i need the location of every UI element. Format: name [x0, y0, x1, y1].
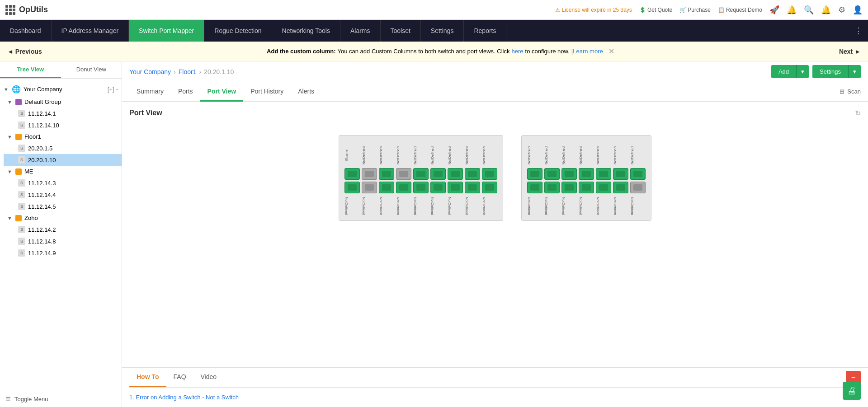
node-11-12-14-1[interactable]: S 11.12.14.1	[4, 108, 122, 119]
add-button[interactable]: Add	[771, 65, 796, 78]
bottom-tab-video[interactable]: Video	[193, 368, 224, 387]
node-20-20-1-10[interactable]: S 20.20.1.10	[4, 154, 122, 166]
switch1-port-1-9[interactable]	[482, 168, 497, 180]
bottom-tab-how-to[interactable]: How To	[129, 368, 166, 387]
switch1-port-2-3[interactable]	[379, 182, 394, 193]
node-11-12-14-2[interactable]: S 11.12.14.2	[4, 224, 122, 235]
nav-ip-address-manager[interactable]: IP Address Manager	[52, 20, 129, 42]
switch1-port-2-5[interactable]	[413, 182, 429, 193]
bottom-list-item-1[interactable]: 1. Error on Adding a Switch - Not a Swit…	[129, 392, 861, 402]
switch1-port-2-7[interactable]	[448, 182, 463, 193]
switch2-port-1-7[interactable]	[630, 168, 646, 180]
tab-ports[interactable]: Ports	[171, 82, 200, 102]
switch2-port-1-1[interactable]	[527, 168, 542, 180]
banner-here-link[interactable]: here	[512, 48, 524, 55]
switch1-port-2-8[interactable]	[465, 182, 480, 193]
switch1-port-1-8[interactable]	[465, 168, 480, 180]
add-root-icon[interactable]: [+]	[108, 86, 114, 93]
switch1-port-1-4[interactable]	[396, 168, 411, 180]
nav-toolset[interactable]: Toolset	[381, 20, 421, 42]
nav-more-icon[interactable]: ⋮	[849, 20, 868, 42]
print-button[interactable]: 🖨	[843, 382, 861, 400]
toggle-menu-button[interactable]: ☰ Toggle Menu	[0, 391, 122, 407]
tab-port-view[interactable]: Port View	[200, 82, 244, 102]
group-zoho-header[interactable]: ▼ Zoho	[4, 212, 122, 224]
tab-donut-view[interactable]: Donut View	[61, 61, 122, 78]
settings-icon[interactable]: ⚙	[838, 5, 845, 15]
node-11-12-14-3[interactable]: S 11.12.14.3	[4, 177, 122, 189]
refresh-icon[interactable]: ↻	[855, 109, 861, 117]
root-collapse-icon[interactable]: ▼	[4, 87, 9, 92]
nav-rogue-detection[interactable]: Rogue Detection	[204, 20, 272, 42]
scan-button[interactable]: ⊞ Scan	[840, 88, 861, 95]
switch2-port-2-1[interactable]	[527, 182, 542, 193]
notifications-icon[interactable]: 🔔	[821, 5, 831, 15]
bell-icon[interactable]: 🔔	[787, 5, 797, 15]
default-collapse-icon[interactable]: ▼	[7, 99, 13, 105]
switch2-port-1-2[interactable]	[544, 168, 560, 180]
grid-icon[interactable]	[5, 5, 15, 15]
purchase-button[interactable]: 🛒 Purchase	[679, 7, 711, 13]
switch2-port-1-5[interactable]	[596, 168, 611, 180]
request-demo-button[interactable]: 📋 Request Demo	[718, 7, 762, 13]
me-collapse-icon[interactable]: ▼	[7, 169, 13, 174]
group-default-header[interactable]: ▼ Default Group	[4, 96, 122, 108]
switch1-port-1-2[interactable]	[362, 168, 377, 180]
nav-reports[interactable]: Reports	[464, 20, 506, 42]
switch2-port-1-3[interactable]	[561, 168, 577, 180]
bottom-tab-faq[interactable]: FAQ	[166, 368, 193, 387]
nav-switch-port-mapper[interactable]: Switch Port Mapper	[129, 20, 204, 42]
node-11-12-14-4[interactable]: S 11.12.14.4	[4, 189, 122, 201]
nav-alarms[interactable]: Alarms	[340, 20, 381, 42]
prev-button[interactable]: ◄ Previous	[7, 48, 42, 55]
switch1-port-2-4[interactable]	[396, 182, 411, 193]
node-20-20-1-5[interactable]: S 20.20.1.5	[4, 142, 122, 154]
switch2-port-1-4[interactable]	[579, 168, 594, 180]
node-11-12-14-5[interactable]: S 11.12.14.5	[4, 201, 122, 212]
switch1-port-1-6[interactable]	[430, 168, 446, 180]
tab-alerts[interactable]: Alerts	[291, 82, 321, 102]
nav-networking-tools[interactable]: Networking Tools	[272, 20, 340, 42]
group-floor1-header[interactable]: ▼ Floor1	[4, 131, 122, 142]
node-11-12-14-10[interactable]: S 11.12.14.10	[4, 119, 122, 131]
switch1-port-1-7[interactable]	[448, 168, 463, 180]
search-icon[interactable]: 🔍	[804, 5, 814, 15]
floor1-collapse-icon[interactable]: ▼	[7, 134, 13, 140]
switch1-port-2-1[interactable]	[344, 182, 360, 193]
settings-dropdown-button[interactable]: ▾	[848, 65, 861, 78]
settings-button[interactable]: Settings	[812, 65, 848, 78]
switch2-port-2-7[interactable]	[630, 182, 646, 193]
nav-settings[interactable]: Settings	[421, 20, 464, 42]
switch1-port-2-6[interactable]	[430, 182, 446, 193]
tab-port-history[interactable]: Port History	[243, 82, 291, 102]
switch1-port-2-2[interactable]	[362, 182, 377, 193]
tab-summary[interactable]: Summary	[129, 82, 171, 102]
node-11-12-14-9[interactable]: S 11.12.14.9	[4, 247, 122, 259]
switch2-port-2-5[interactable]	[596, 182, 611, 193]
learn-more-link[interactable]: |Learn more	[571, 48, 603, 55]
switch2-port-2-4[interactable]	[579, 182, 594, 193]
switch1-port-1-5[interactable]	[413, 168, 429, 180]
rocket-icon[interactable]: 🚀	[769, 5, 779, 15]
group-me-header[interactable]: ▼ ME	[4, 166, 122, 177]
breadcrumb-company[interactable]: Your Company	[129, 68, 171, 75]
tree-root[interactable]: ▼ 🌐 Your Company [+] -	[0, 82, 122, 96]
nav-dashboard[interactable]: Dashboard	[0, 20, 52, 42]
get-quote-button[interactable]: 💲 Get Quote	[639, 7, 672, 13]
banner-close-button[interactable]: ✕	[609, 47, 614, 56]
tab-tree-view[interactable]: Tree View	[0, 61, 61, 78]
zoho-collapse-icon[interactable]: ▼	[7, 215, 13, 221]
next-button[interactable]: Next ►	[839, 48, 861, 55]
switch1-port-2-9[interactable]	[482, 182, 497, 193]
node-11-12-14-8[interactable]: S 11.12.14.8	[4, 235, 122, 247]
switch2-port-2-6[interactable]	[613, 182, 628, 193]
switch2-port-2-3[interactable]	[561, 182, 577, 193]
user-icon[interactable]: 👤	[853, 5, 863, 15]
switch1-port-1-3[interactable]	[379, 168, 394, 180]
add-dropdown-button[interactable]: ▾	[796, 65, 809, 78]
switch2-port-1-6[interactable]	[613, 168, 628, 180]
switch1-port-1-1[interactable]	[344, 168, 360, 180]
switch2-port-2-2[interactable]	[544, 182, 560, 193]
breadcrumb-floor[interactable]: Floor1	[179, 68, 197, 75]
remove-root-icon[interactable]: -	[116, 86, 118, 93]
